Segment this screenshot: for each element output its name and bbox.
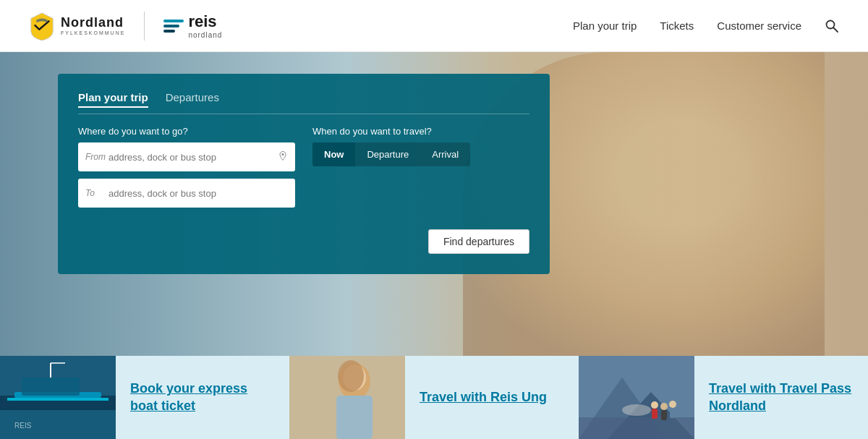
svg-point-2 [282,153,284,155]
time-tab-arrival[interactable]: Arrival [420,142,470,166]
to-prefix: To [85,188,95,198]
svg-text:REIS: REIS [14,422,32,430]
card-reis-ung: Travel with Reis Ung [289,356,579,439]
card-travel-pass: Travel with Travel Pass Nordland [579,356,868,439]
search-icon [825,19,839,33]
from-to-section: Where do you want to go? From To [78,126,295,215]
nordland-logo[interactable]: Nordland FYLKESKOMMUNE [29,12,125,41]
svg-rect-20 [579,417,694,439]
find-departures-button[interactable]: Find departures [428,229,529,254]
nav-customer-service[interactable]: Customer service [717,20,801,32]
svg-point-26 [669,401,676,408]
when-section: When do you want to travel? Now Departur… [312,126,529,166]
svg-rect-25 [661,410,667,420]
mountain-svg [579,356,694,439]
trip-footer: Find departures [78,229,529,254]
card-express-boat: REIS Book your express boat ticket [0,356,289,439]
search-button[interactable] [825,19,839,33]
nordland-shield-icon [29,12,55,41]
to-input[interactable] [78,179,295,208]
boat-svg: REIS [0,356,116,439]
reis-text-area: reis nordland [188,12,222,39]
from-input-wrapper: From [78,142,295,171]
card-image-mountain [579,356,694,439]
main-nav: Plan your trip Tickets Customer service [573,19,839,33]
svg-line-1 [834,27,838,32]
when-label: When do you want to travel? [312,126,529,137]
trip-planner-card: Plan your trip Departures Where do you w… [58,74,550,274]
time-tab-departure[interactable]: Departure [355,142,420,166]
to-input-wrapper: To [78,179,295,208]
nordland-text: Nordland FYLKESKOMMUNE [61,16,125,35]
card-link-reis-ung[interactable]: Travel with Reis Ung [420,389,547,406]
card-image-boat: REIS [0,356,116,439]
svg-rect-23 [652,409,658,419]
card-image-person [289,356,405,439]
card-text-boat: Book your express boat ticket [116,356,289,439]
time-tab-now[interactable]: Now [312,142,355,166]
cards-section: REIS Book your express boat ticket Trave… [0,356,868,439]
svg-rect-6 [22,378,80,396]
trip-form: Where do you want to go? From To When do… [78,126,529,215]
reis-logo[interactable]: reis nordland [163,12,222,39]
svg-rect-27 [670,408,676,418]
from-prefix: From [85,152,106,162]
logo-divider [144,12,145,41]
person-svg [289,356,405,439]
time-tabs: Now Departure Arrival [312,142,470,166]
svg-point-22 [651,401,658,409]
svg-point-0 [827,20,835,28]
tab-plan-trip[interactable]: Plan your trip [78,91,148,108]
tab-departures[interactable]: Departures [166,91,219,108]
svg-point-24 [660,403,668,410]
nav-plan-trip[interactable]: Plan your trip [573,20,637,32]
from-input[interactable] [78,142,295,171]
nav-tickets[interactable]: Tickets [660,20,694,32]
card-link-travel-pass[interactable]: Travel with Travel Pass Nordland [709,380,854,414]
svg-rect-7 [7,398,109,401]
svg-point-21 [622,404,651,416]
card-text-reis-ung: Travel with Reis Ung [405,356,579,439]
card-text-travel-pass: Travel with Travel Pass Nordland [694,356,868,439]
svg-rect-15 [336,396,373,439]
location-icon [278,151,288,163]
hero-section: Plan your trip Departures Where do you w… [0,52,868,356]
from-label: Where do you want to go? [78,126,295,137]
header: Nordland FYLKESKOMMUNE reis nordland Pla… [0,0,868,52]
reis-waves-icon [163,20,184,33]
card-link-express-boat[interactable]: Book your express boat ticket [130,380,275,414]
svg-point-16 [338,360,364,392]
trip-tabs: Plan your trip Departures [78,91,529,114]
logo-area: Nordland FYLKESKOMMUNE reis nordland [29,12,222,41]
